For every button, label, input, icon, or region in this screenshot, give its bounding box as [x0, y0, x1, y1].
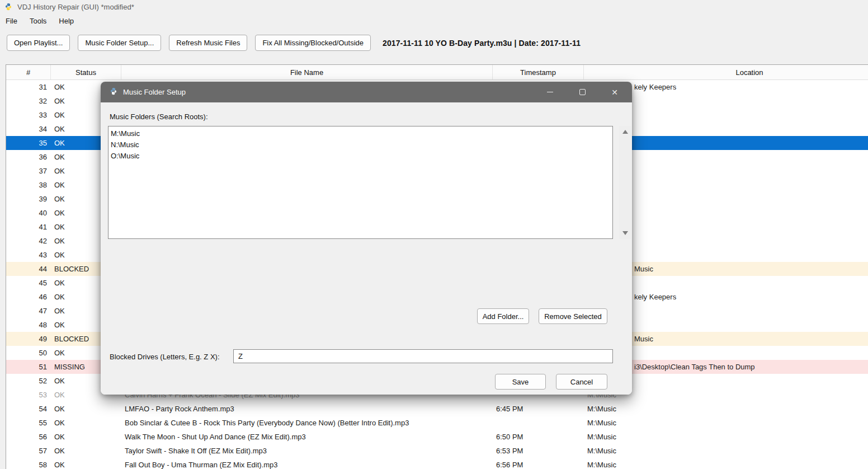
up-arrow-icon [622, 130, 628, 134]
menu-item-tools[interactable]: Tools [30, 17, 46, 25]
cell-time: 6:50 PM [493, 433, 584, 441]
toolbar: Open Playlist...Music Folder Setup...Ref… [0, 28, 868, 58]
dialog-window-controls: ✕ [534, 82, 631, 102]
down-arrow-icon [622, 231, 628, 235]
cell-num: 56 [6, 433, 51, 441]
fix-all-missing-blocked-outside-button[interactable]: Fix All Missing/Blocked/Outside [255, 35, 371, 51]
python-icon [110, 87, 117, 97]
cell-num: 58 [6, 461, 51, 469]
cell-num: 47 [6, 307, 51, 315]
minimize-icon [547, 92, 553, 92]
cell-num: 45 [6, 279, 51, 287]
minimize-button[interactable] [534, 82, 566, 102]
cell-num: 43 [6, 251, 51, 259]
column-header-timestamp[interactable]: Timestamp [493, 65, 584, 79]
blocked-drives-label: Blocked Drives (Letters, E.g. Z X): [110, 353, 220, 361]
table-row[interactable]: 58OKFall Out Boy - Uma Thurman (EZ Mix E… [6, 458, 868, 469]
cell-status: OK [51, 433, 121, 441]
cell-num: 46 [6, 293, 51, 301]
cell-status: OK [51, 447, 121, 455]
cell-loc: M:\Music [584, 433, 868, 441]
cell-time: 6:45 PM [493, 405, 584, 413]
window-titlebar: VDJ History Repair (GUI) *modified* [0, 0, 868, 13]
scroll-up-button[interactable] [619, 127, 631, 137]
listbox-scrollbar[interactable] [619, 126, 631, 239]
cell-status: OK [51, 419, 121, 427]
table-row[interactable]: 56OKWalk The Moon - Shut Up And Dance (E… [6, 430, 868, 444]
column-header-status[interactable]: Status [51, 65, 121, 79]
playlist-info: 2017-11-11 10 YO B-Day Party.m3u | Date:… [383, 39, 581, 48]
cell-loc: M:\Music [584, 447, 868, 455]
music-folder-setup-dialog: Music Folder Setup ✕ Music Folders (Sear… [101, 82, 632, 395]
cell-num: 50 [6, 349, 51, 357]
cell-file: Walk The Moon - Shut Up And Dance (EZ Mi… [121, 433, 493, 441]
cell-file: Bob Sinclar & Cutee B - Rock This Party … [121, 419, 493, 427]
cell-num: 40 [6, 209, 51, 217]
maximize-icon [579, 89, 586, 95]
cell-num: 51 [6, 363, 51, 371]
music-folder-setup-button[interactable]: Music Folder Setup... [78, 35, 161, 51]
cell-file: LMFAO - Party Rock Anthem.mp3 [121, 405, 493, 413]
cell-num: 48 [6, 321, 51, 329]
cell-num: 49 [6, 335, 51, 343]
cell-num: 55 [6, 419, 51, 427]
remove-selected-button[interactable]: Remove Selected [539, 308, 607, 324]
cancel-button[interactable]: Cancel [556, 374, 607, 390]
cell-num: 42 [6, 237, 51, 245]
cell-num: 44 [6, 265, 51, 273]
cell-loc: M:\Music [584, 405, 868, 413]
cell-num: 53 [6, 391, 51, 399]
close-icon: ✕ [611, 88, 618, 96]
save-button[interactable]: Save [495, 374, 546, 390]
cell-time: 6:56 PM [493, 461, 584, 469]
refresh-music-files-button[interactable]: Refresh Music Files [169, 35, 247, 51]
cell-num: 54 [6, 405, 51, 413]
cell-file: Fall Out Boy - Uma Thurman (EZ Mix Edit)… [121, 461, 493, 469]
column-header-location[interactable]: Location [584, 65, 868, 79]
folder-list-item[interactable]: O:\Music [111, 151, 612, 162]
cell-num: 34 [6, 125, 51, 133]
music-folders-label: Music Folders (Search Roots): [110, 112, 208, 121]
blocked-drives-input[interactable] [233, 349, 613, 363]
cell-num: 52 [6, 377, 51, 385]
cell-status: OK [51, 461, 121, 469]
scroll-down-button[interactable] [619, 228, 631, 238]
cell-status: OK [51, 405, 121, 413]
cell-num: 35 [6, 139, 51, 147]
menu-item-file[interactable]: File [6, 17, 17, 25]
table-row[interactable]: 57OKTaylor Swift - Shake It Off (EZ Mix … [6, 444, 868, 458]
menu-item-help[interactable]: Help [59, 17, 74, 25]
window-title: VDJ History Repair (GUI) *modified* [17, 3, 134, 11]
add-folder-button[interactable]: Add Folder... [477, 308, 529, 324]
dialog-title: Music Folder Setup [123, 88, 186, 96]
app-window: VDJ History Repair (GUI) *modified* File… [0, 0, 868, 469]
music-folders-listbox[interactable]: M:\MusicN:\MusicO:\Music [108, 126, 613, 239]
cell-num: 31 [6, 83, 51, 91]
cell-num: 38 [6, 181, 51, 189]
menubar: FileToolsHelp [0, 13, 868, 28]
cell-loc: M:\Music [584, 419, 868, 427]
cell-num: 39 [6, 195, 51, 203]
table-row[interactable]: 55OKBob Sinclar & Cutee B - Rock This Pa… [6, 416, 868, 430]
maximize-button[interactable] [566, 82, 598, 102]
cell-file: Taylor Swift - Shake It Off (EZ Mix Edit… [121, 447, 493, 455]
column-header-number[interactable]: # [6, 65, 51, 79]
open-playlist-button[interactable]: Open Playlist... [7, 35, 70, 51]
column-header-filename[interactable]: File Name [121, 65, 493, 79]
dialog-titlebar[interactable]: Music Folder Setup ✕ [101, 82, 632, 102]
cell-num: 37 [6, 167, 51, 175]
python-icon [4, 3, 12, 11]
dialog-body: Music Folders (Search Roots): M:\MusicN:… [101, 102, 632, 395]
cell-num: 32 [6, 97, 51, 105]
cell-num: 57 [6, 447, 51, 455]
cell-num: 33 [6, 111, 51, 119]
table-row[interactable]: 54OKLMFAO - Party Rock Anthem.mp36:45 PM… [6, 402, 868, 416]
folder-list-item[interactable]: N:\Music [111, 139, 612, 151]
folder-list-item[interactable]: M:\Music [111, 128, 612, 139]
cell-loc: M:\Music [584, 461, 868, 469]
close-button[interactable]: ✕ [598, 82, 631, 102]
table-header: # Status File Name Timestamp Location [6, 65, 868, 80]
cell-num: 36 [6, 153, 51, 161]
cell-time: 6:53 PM [493, 447, 584, 455]
cell-num: 41 [6, 223, 51, 231]
